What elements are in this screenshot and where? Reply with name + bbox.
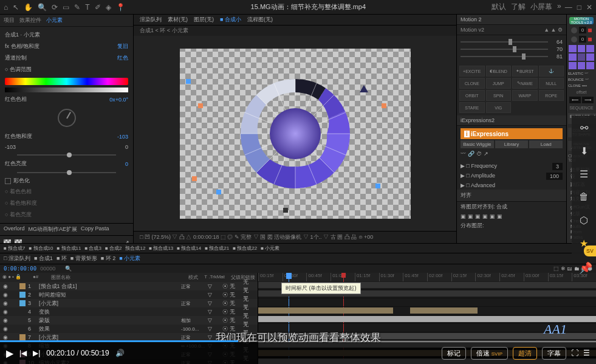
tab-project[interactable]: 项目: [4, 16, 15, 24]
quality-button[interactable]: 超清: [513, 347, 537, 360]
light-slider[interactable]: [17, 172, 116, 173]
layer-row[interactable]: ◉5蒙版相加▽☉ 无无 ▽: [0, 316, 258, 325]
minimize-icon[interactable]: —: [565, 3, 572, 12]
slider-2[interactable]: 70: [461, 46, 563, 52]
hue-gradient[interactable]: [5, 78, 128, 85]
pointer-icon[interactable]: ↖: [13, 3, 19, 12]
canvas[interactable]: [134, 36, 456, 231]
tool-blend[interactable]: ◐ BLEND: [486, 66, 512, 77]
freq-value[interactable]: 3: [552, 163, 563, 170]
tab-overlord[interactable]: Overlord: [4, 225, 25, 233]
align-left-icon[interactable]: ▣: [461, 213, 466, 219]
pen-icon[interactable]: ✎: [74, 3, 80, 12]
tool-stare[interactable]: STARE: [459, 102, 485, 113]
tl-tab-comp1[interactable]: ■ 合成1: [34, 255, 53, 263]
tool-name[interactable]: ✎ NAME: [512, 78, 538, 89]
layer-row[interactable]: ◉2时间差缩短▽☉ 无无 ▽: [0, 290, 258, 299]
speed-icon[interactable]: ⏱: [476, 151, 482, 157]
settings-icon[interactable]: ⬡: [578, 214, 590, 226]
fullscreen-icon[interactable]: ⛶: [571, 349, 578, 357]
close-icon[interactable]: ✕: [586, 3, 592, 12]
tab-element[interactable]: 小元素: [46, 16, 63, 24]
slider-1[interactable]: 64: [461, 39, 563, 45]
align-bottom-icon[interactable]: ▣: [497, 213, 502, 219]
timecode[interactable]: 0:00:00:00: [4, 266, 36, 272]
home-icon[interactable]: ⌂: [4, 3, 8, 12]
tab-render[interactable]: 渲染队列: [140, 16, 162, 24]
tool-warp[interactable]: WARP: [512, 90, 538, 101]
text-icon[interactable]: T: [85, 3, 89, 12]
svip-tag[interactable]: SV: [584, 246, 596, 256]
viewer-tabs[interactable]: 渲染队列 素材(无) 图层(无) ■ 合成小 流程图(无): [134, 15, 456, 26]
hue-value[interactable]: 0x+0.0°: [109, 97, 128, 103]
layer-row[interactable]: ◉3[小元素]正常▽☉ 无无 ▽: [0, 299, 258, 307]
rect-icon[interactable]: ▭: [63, 3, 69, 12]
amp-value[interactable]: 100: [546, 173, 563, 180]
tab-copypasta[interactable]: Copy Pasta: [81, 225, 109, 233]
align-top-icon[interactable]: ▣: [482, 213, 488, 219]
align-hcenter-icon[interactable]: ▣: [468, 213, 473, 219]
tl-tab-element[interactable]: ■ 小元素: [119, 255, 140, 263]
align-vcenter-icon[interactable]: ▣: [490, 213, 495, 219]
dot-2[interactable]: [571, 36, 577, 43]
light-value[interactable]: 0: [125, 161, 128, 167]
mark-button[interactable]: 标记: [442, 347, 466, 360]
dir-icon[interactable]: ↗: [484, 151, 488, 157]
link-icon[interactable]: 🔗: [468, 151, 474, 157]
tab-wiggle[interactable]: Basic Wiggle: [461, 140, 494, 148]
workspace-menu[interactable]: 默认了解小屏幕»: [492, 2, 561, 12]
sat-slider[interactable]: [17, 154, 116, 156]
tool-orbit[interactable]: ORBIT: [459, 90, 485, 101]
layer-row[interactable]: ◉4变换▽☉ 无无 ▽: [0, 307, 258, 316]
next-button[interactable]: ▶|: [33, 349, 40, 357]
stamp-icon[interactable]: ◈: [106, 3, 111, 12]
slider-3[interactable]: 81: [461, 53, 563, 60]
menu-icon[interactable]: ☰: [583, 349, 590, 357]
tool-jump[interactable]: JUMP: [486, 78, 512, 89]
tool-anchor[interactable]: ⚓: [539, 66, 564, 77]
tl-tab-render[interactable]: □ 渲染队列: [4, 255, 30, 263]
tab-mg[interactable]: MG动画制作AE扩展: [29, 225, 78, 233]
tab-comp[interactable]: ■ 合成小: [220, 16, 241, 24]
tl-tab-half[interactable]: ■ 背景矩形: [70, 255, 97, 263]
rotate-icon[interactable]: ⟳: [52, 3, 58, 12]
colorize-checkbox[interactable]: [5, 178, 11, 184]
tool-burst[interactable]: ✦ BURST: [512, 66, 538, 77]
brush-icon[interactable]: ✐: [95, 3, 101, 12]
sat-value[interactable]: -103: [117, 134, 128, 140]
bottom-tabs[interactable]: Overlord MG动画制作AE扩展 Copy Pasta: [0, 223, 133, 236]
prev-button[interactable]: |◀: [19, 349, 27, 357]
tool-spin[interactable]: SPIN: [486, 90, 512, 101]
tab-footage[interactable]: 素材(无): [168, 16, 188, 24]
play-button[interactable]: ▶: [6, 348, 13, 359]
pin-icon[interactable]: 📌: [579, 261, 592, 275]
anchor-grid[interactable]: [569, 45, 594, 69]
align-right-icon[interactable]: ▣: [475, 213, 481, 219]
time-ruler[interactable]: 00:15f00:30f00:45f01:00f01:15f01:30f01:4…: [258, 273, 596, 281]
tool-excite[interactable]: + EXCITE: [459, 66, 485, 77]
tl-tab-ring[interactable]: ■ 环: [57, 255, 67, 263]
num-1[interactable]: 0: [579, 27, 586, 33]
wiggle-icon[interactable]: 〰: [461, 151, 466, 157]
share-icon[interactable]: ⚯: [578, 122, 590, 134]
range-gradient[interactable]: [5, 88, 128, 92]
panel-tabs[interactable]: 项目 效果控件 小元素: [0, 15, 133, 27]
timeline-top-row[interactable]: ■ 预合成7■ 预合成10■ 预合成11■ 合成3■ 合成2预合成12■ 预合成…: [0, 244, 596, 253]
align-desc[interactable]: 将图层对齐到: 合成: [461, 203, 507, 211]
pin-icon[interactable]: 📍: [116, 3, 125, 12]
maximize-icon[interactable]: □: [577, 3, 581, 12]
list-icon[interactable]: ☰: [578, 168, 590, 180]
tool-vig[interactable]: VIG: [486, 102, 512, 113]
tool-rope[interactable]: ROPE: [539, 90, 564, 101]
tab-layer[interactable]: 图层(无): [194, 16, 214, 24]
tl-tab-ring2[interactable]: ■ 环 2: [101, 255, 115, 263]
download-icon[interactable]: ⬇: [578, 145, 590, 157]
tab-flow[interactable]: 流程图(无): [247, 16, 273, 24]
tool-clone[interactable]: CLONE: [459, 78, 485, 89]
speed-button[interactable]: 倍速 SVIP: [471, 347, 508, 360]
tab-library[interactable]: Library: [495, 140, 529, 148]
tool-null[interactable]: NULL: [539, 78, 564, 89]
hue-dial[interactable]: [58, 109, 76, 127]
viewer-footer[interactable]: □ 凹 (72.5%) ▽ 凸 △ 0:00:00:18 ⬚ ◎ ✎ 完整 ▽ …: [134, 231, 456, 243]
volume-icon[interactable]: 🔊: [115, 349, 125, 357]
